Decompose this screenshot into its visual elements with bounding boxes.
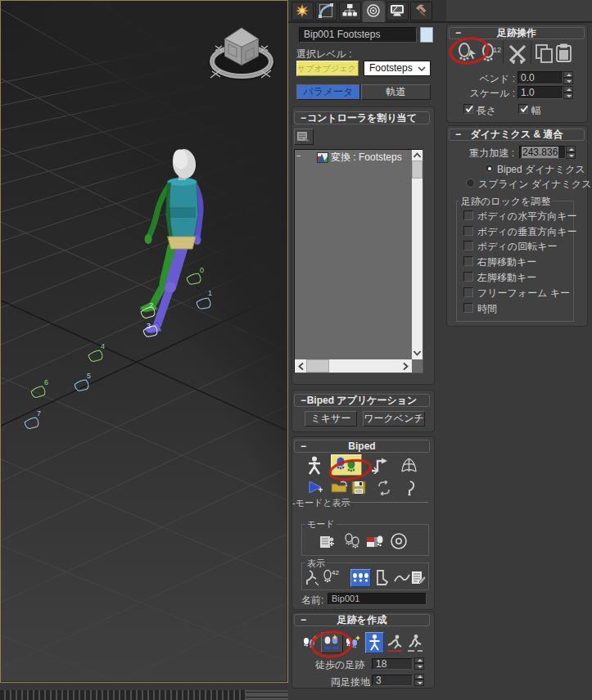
svg-text:5: 5 xyxy=(87,372,91,380)
svg-text:42: 42 xyxy=(332,569,339,576)
svg-text:1: 1 xyxy=(208,289,212,297)
svg-text:6: 6 xyxy=(44,378,48,386)
svg-text:3: 3 xyxy=(147,322,151,330)
svg-text:4: 4 xyxy=(101,342,105,350)
svg-text:12: 12 xyxy=(493,46,501,54)
svg-text:2: 2 xyxy=(149,301,153,309)
svg-text:7: 7 xyxy=(37,409,41,418)
svg-text:0: 0 xyxy=(200,266,204,274)
